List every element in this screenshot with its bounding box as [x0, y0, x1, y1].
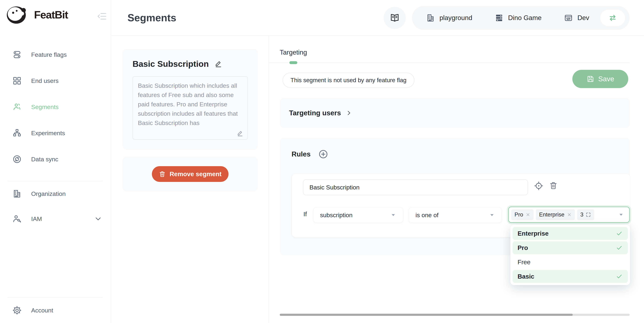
- sidebar-item-label: Segments: [31, 104, 58, 110]
- caret-down-icon: [618, 212, 624, 217]
- property-select[interactable]: subscription: [314, 207, 403, 223]
- sidebar-item-label: Feature flags: [31, 51, 66, 58]
- data-sync-icon: [12, 155, 22, 164]
- panda-logo-icon: [5, 5, 29, 24]
- chevron-down-icon: [94, 215, 102, 223]
- operator-select[interactable]: is one of: [409, 207, 502, 223]
- flag-usage-note: This segment is not used by any feature …: [282, 73, 414, 88]
- option-label: Pro: [518, 244, 528, 252]
- check-icon: [616, 244, 623, 252]
- property-value: subscription: [320, 212, 352, 218]
- feature-flags-icon: [12, 50, 22, 59]
- sidebar-item-organization[interactable]: Organization: [0, 181, 111, 206]
- sidebar-item-account[interactable]: Account: [0, 298, 111, 323]
- sidebar-item-label: Organization: [31, 190, 66, 197]
- sidebar: FeatBit Feature flags End users Segments…: [0, 0, 111, 323]
- chevron-right-icon: [346, 110, 352, 116]
- book-icon: [390, 13, 400, 23]
- targeting-users-section[interactable]: Targeting users: [280, 98, 630, 128]
- sidebar-footer: Account: [0, 297, 111, 323]
- horizontal-scrollbar[interactable]: [280, 314, 630, 316]
- org-switcher[interactable]: playground: [426, 14, 472, 22]
- value-tag-enterprise: Enterprise: [536, 209, 575, 220]
- server-stack-icon: [495, 14, 504, 22]
- edit-name-icon[interactable]: [214, 60, 222, 68]
- env-switcher: playground Dino Game Dev: [412, 6, 630, 30]
- docs-button[interactable]: [384, 7, 406, 29]
- featbit-app: FeatBit Feature flags End users Segments…: [0, 0, 644, 323]
- segment-info-card: Basic Subscription Basic Subscription wh…: [122, 49, 258, 150]
- option-pro[interactable]: Pro: [512, 241, 628, 254]
- experiments-icon: [12, 128, 22, 138]
- caret-down-icon: [489, 212, 495, 218]
- tab-divider: [269, 63, 630, 63]
- values-multiselect[interactable]: Pro Enterprise 3: [508, 206, 630, 223]
- org-name: playground: [440, 14, 472, 22]
- segment-name: Basic Subscription: [132, 59, 209, 69]
- remove-segment-button[interactable]: Remove segment: [152, 166, 228, 182]
- delete-rule-icon[interactable]: [549, 181, 558, 190]
- sidebar-item-segments[interactable]: Segments: [0, 94, 111, 120]
- value-tag-pro: Pro: [511, 209, 534, 220]
- brand-name: FeatBit: [34, 8, 68, 21]
- gear-icon: [12, 306, 22, 315]
- close-icon[interactable]: [526, 212, 530, 217]
- option-free[interactable]: Free: [512, 256, 628, 268]
- scrollbar-thumb[interactable]: [280, 314, 573, 316]
- switch-env-button[interactable]: [600, 10, 625, 26]
- project-name: Dino Game: [508, 14, 542, 22]
- segment-description-box[interactable]: Basic Subscription which includes all fe…: [132, 76, 248, 140]
- save-button[interactable]: Save: [572, 70, 628, 88]
- sidebar-item-label: Account: [31, 307, 53, 314]
- remove-segment-card: Remove segment: [122, 156, 258, 192]
- environment-switcher[interactable]: Dev: [564, 14, 589, 22]
- sidebar-collapse-icon[interactable]: [97, 11, 107, 22]
- value-count-tag: 3: [577, 209, 594, 220]
- option-enterprise[interactable]: Enterprise: [512, 227, 628, 240]
- environment-name: Dev: [578, 14, 589, 22]
- close-icon[interactable]: [567, 212, 572, 217]
- sidebar-nav: Feature flags End users Segments Experim…: [0, 42, 111, 231]
- option-label: Enterprise: [518, 230, 548, 237]
- add-rule-icon[interactable]: [318, 149, 328, 159]
- rules-header: Rules: [292, 149, 328, 159]
- brand-logo[interactable]: FeatBit: [5, 5, 68, 24]
- sidebar-item-experiments[interactable]: Experiments: [0, 120, 111, 146]
- sidebar-item-label: IAM: [31, 216, 42, 222]
- save-icon: [586, 75, 594, 83]
- rules-title: Rules: [292, 150, 310, 158]
- sidebar-item-label: Data sync: [31, 156, 58, 163]
- rule-name-input[interactable]: [303, 180, 528, 195]
- project-switcher[interactable]: Dino Game: [495, 14, 542, 22]
- option-label: Basic: [518, 273, 534, 280]
- sidebar-item-end-users[interactable]: End users: [0, 68, 111, 94]
- organization-icon: [12, 189, 22, 198]
- crosshair-icon[interactable]: [534, 181, 543, 190]
- code-window-icon: [564, 14, 573, 22]
- sidebar-item-iam[interactable]: IAM: [0, 206, 111, 231]
- option-basic[interactable]: Basic: [512, 270, 628, 283]
- main-area: Segments playground Dino Game: [112, 0, 644, 323]
- operator-value: is one of: [416, 212, 438, 218]
- tag-label: Pro: [514, 212, 523, 218]
- expand-icon[interactable]: [586, 212, 591, 217]
- check-icon: [616, 273, 623, 280]
- tab-targeting[interactable]: Targeting: [280, 49, 307, 56]
- sidebar-item-data-sync[interactable]: Data sync: [0, 146, 111, 172]
- segment-description: Basic Subscription which includes all fe…: [138, 82, 238, 126]
- active-tab-indicator: [290, 61, 297, 64]
- edit-description-icon[interactable]: [237, 130, 244, 137]
- targeting-panel: Targeting This segment is not used by an…: [269, 36, 644, 323]
- save-label: Save: [598, 75, 614, 83]
- sidebar-item-label: End users: [31, 77, 58, 84]
- sidebar-item-feature-flags[interactable]: Feature flags: [0, 42, 111, 68]
- segment-title-row: Basic Subscription: [132, 59, 248, 69]
- targeting-users-label: Targeting users: [289, 109, 341, 117]
- segments-icon: [12, 102, 22, 111]
- iam-icon: [12, 214, 22, 223]
- values-dropdown-menu: Enterprise Pro Free Basic: [510, 225, 630, 285]
- segment-detail-panel: Basic Subscription Basic Subscription wh…: [112, 36, 269, 323]
- option-label: Free: [518, 258, 530, 266]
- building-icon: [426, 14, 435, 22]
- tag-label: Enterprise: [539, 212, 564, 218]
